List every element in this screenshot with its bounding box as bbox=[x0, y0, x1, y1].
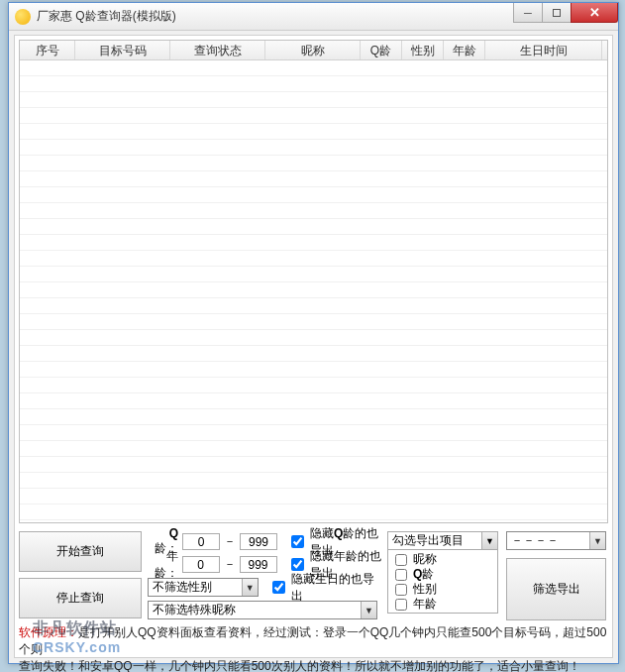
grid-header: 序号目标号码查询状态昵称Q龄性别年龄生日时间 bbox=[20, 41, 607, 60]
results-grid[interactable]: 序号目标号码查询状态昵称Q龄性别年龄生日时间 bbox=[19, 40, 608, 523]
table-row bbox=[20, 219, 607, 235]
app-window: 厂家惠 Q龄查询器(模拟版) ─ ✕ 序号目标号码查询状态昵称Q龄性别年龄生日时… bbox=[8, 2, 619, 664]
table-row bbox=[20, 60, 607, 76]
client-area: 序号目标号码查询状态昵称Q龄性别年龄生日时间 开始查询 停止查询 Q龄： － 隐… bbox=[14, 35, 613, 658]
table-row bbox=[20, 235, 607, 251]
table-row bbox=[20, 251, 607, 267]
format-combo[interactable]: －－－－▼ bbox=[506, 531, 606, 550]
sex-filter-combo[interactable]: 不筛选性别▼ bbox=[148, 578, 259, 597]
close-button[interactable]: ✕ bbox=[571, 3, 618, 23]
chevron-down-icon: ▼ bbox=[361, 602, 376, 618]
export-item-checkbox[interactable] bbox=[395, 599, 407, 611]
table-row bbox=[20, 425, 607, 441]
hide-birthday-checkbox[interactable] bbox=[272, 581, 285, 594]
age-min-input[interactable] bbox=[182, 556, 220, 573]
column-header[interactable]: 查询状态 bbox=[170, 41, 265, 59]
table-row bbox=[20, 92, 607, 108]
column-header[interactable]: 序号 bbox=[20, 41, 75, 59]
column-header[interactable]: Q龄 bbox=[361, 41, 402, 59]
nickname-filter-combo[interactable]: 不筛选特殊昵称▼ bbox=[148, 601, 377, 619]
grid-body bbox=[20, 60, 607, 522]
footer-line-2: 查询失败！和安卓QQ一样，几个钟内只能看500次别人的资料！所以就不增加别的功能… bbox=[19, 658, 608, 672]
minimize-button[interactable]: ─ bbox=[513, 3, 543, 23]
filter-export-button[interactable]: 筛选导出 bbox=[506, 558, 606, 620]
export-item[interactable]: 性别 bbox=[391, 582, 494, 597]
column-header[interactable]: 性别 bbox=[402, 41, 444, 59]
table-row bbox=[20, 124, 607, 140]
table-row bbox=[20, 298, 607, 314]
table-row bbox=[20, 457, 607, 473]
column-header[interactable]: 生日时间 bbox=[485, 41, 602, 59]
table-row bbox=[20, 489, 607, 504]
controls-panel: 开始查询 停止查询 Q龄： － 隐藏Q龄的也导出 年龄： － 隐藏年龄的也导出 bbox=[19, 529, 608, 620]
table-row bbox=[20, 140, 607, 156]
chevron-down-icon: ▼ bbox=[589, 532, 605, 549]
table-row bbox=[20, 314, 607, 330]
export-item[interactable]: 昵称 bbox=[391, 552, 494, 567]
table-row bbox=[20, 346, 607, 362]
column-header[interactable]: 年龄 bbox=[444, 41, 485, 59]
footer-notes: 软件原理：是打开别人QQ资料面板查看资料，经过测试：登录一个QQ几个钟内只能查5… bbox=[19, 624, 608, 672]
maximize-button[interactable] bbox=[542, 3, 572, 23]
column-header[interactable]: 目标号码 bbox=[75, 41, 170, 59]
hide-qage-checkbox[interactable] bbox=[291, 535, 304, 548]
table-row bbox=[20, 330, 607, 346]
column-header[interactable]: 昵称 bbox=[265, 41, 361, 59]
age-label: 年龄： bbox=[148, 548, 178, 582]
table-row bbox=[20, 409, 607, 425]
table-row bbox=[20, 378, 607, 393]
table-row bbox=[20, 156, 607, 171]
titlebar[interactable]: 厂家惠 Q龄查询器(模拟版) ─ ✕ bbox=[9, 3, 618, 31]
table-row bbox=[20, 441, 607, 457]
export-item[interactable]: 年龄 bbox=[391, 597, 494, 612]
export-item-checkbox[interactable] bbox=[395, 584, 407, 596]
table-row bbox=[20, 108, 607, 124]
app-icon bbox=[15, 9, 31, 25]
table-row bbox=[20, 203, 607, 219]
start-query-button[interactable]: 开始查询 bbox=[19, 531, 142, 572]
hide-age-checkbox[interactable] bbox=[291, 558, 304, 571]
table-row bbox=[20, 187, 607, 203]
table-row bbox=[20, 362, 607, 378]
qage-max-input[interactable] bbox=[240, 533, 277, 550]
table-row bbox=[20, 76, 607, 92]
export-item-checkbox[interactable] bbox=[395, 554, 407, 566]
table-row bbox=[20, 267, 607, 282]
chevron-down-icon: ▼ bbox=[242, 579, 258, 596]
table-row bbox=[20, 504, 607, 520]
footer-line-1: 软件原理：是打开别人QQ资料面板查看资料，经过测试：登录一个QQ几个钟内只能查5… bbox=[19, 624, 608, 658]
export-item-checkbox[interactable] bbox=[395, 569, 407, 581]
window-title: 厂家惠 Q龄查询器(模拟版) bbox=[37, 8, 176, 25]
qage-min-input[interactable] bbox=[182, 533, 220, 550]
table-row bbox=[20, 473, 607, 489]
table-row bbox=[20, 171, 607, 187]
table-row bbox=[20, 282, 607, 298]
export-items-combo[interactable]: 勾选导出项目▼ bbox=[387, 531, 498, 550]
export-items-list: 昵称Q龄性别年龄 bbox=[387, 550, 498, 614]
hide-birthday-label: 隐藏生日的也导出 bbox=[291, 571, 381, 605]
chevron-down-icon: ▼ bbox=[481, 532, 497, 549]
table-row bbox=[20, 393, 607, 409]
export-item[interactable]: Q龄 bbox=[391, 567, 494, 582]
stop-query-button[interactable]: 停止查询 bbox=[19, 578, 142, 618]
